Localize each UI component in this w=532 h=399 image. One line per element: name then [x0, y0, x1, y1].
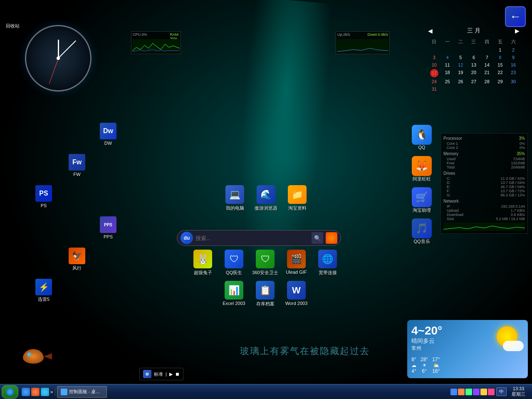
fengxing-image: 🦅: [69, 248, 85, 264]
cal-day[interactable]: 2: [507, 47, 520, 53]
cal-day[interactable]: 6: [468, 54, 480, 61]
cal-day[interactable]: [481, 47, 493, 53]
cal-day[interactable]: 24: [428, 78, 440, 85]
taobao-zhuji-icon[interactable]: 🛒 淘宝助理: [407, 187, 436, 213]
drive-g-label: G:: [447, 193, 451, 197]
size-label: Size: [447, 217, 454, 221]
ip-label: IP: [447, 204, 450, 208]
cal-day[interactable]: 27: [468, 78, 480, 85]
quicklaunch-item3[interactable]: [41, 388, 49, 396]
cal-day[interactable]: 20: [468, 69, 480, 77]
xunlei-icon[interactable]: ⚡ 迅雷5: [29, 279, 58, 302]
mypc-label: 我的电脑: [226, 205, 244, 211]
search-button[interactable]: 🔍: [312, 232, 323, 244]
cal-day[interactable]: 12: [454, 62, 467, 68]
taskbar-item-controlpanel[interactable]: 控制面板 - 桌...: [57, 386, 107, 398]
cal-day[interactable]: 16: [507, 62, 520, 68]
360-icon[interactable]: 🛡 360安全卫士: [250, 250, 281, 276]
cal-day[interactable]: 8: [494, 54, 507, 61]
ulead-icon[interactable]: 🎬 Ulead GIF: [281, 250, 312, 275]
cal-day[interactable]: [468, 47, 480, 53]
cal-day[interactable]: [428, 47, 440, 53]
dw-icon[interactable]: Dw DW: [94, 123, 123, 146]
qqmusic-icon[interactable]: 🎵 QQ音乐: [407, 218, 436, 245]
network-title: Network: [443, 199, 525, 203]
cal-day[interactable]: 7: [481, 54, 493, 61]
qq-label: QQ: [418, 145, 425, 150]
qq-icon[interactable]: 🐧 QQ: [407, 125, 436, 150]
broadband-icon[interactable]: 🌐 宽带连接: [312, 250, 343, 276]
media-play[interactable]: ▶: [169, 372, 173, 377]
quicklaunch-more[interactable]: »: [50, 389, 53, 395]
weather-item-1: 8° ☁ 4°: [411, 357, 416, 374]
tray-icon-2: [458, 389, 465, 395]
cpu-label: CPU:3%: [133, 32, 147, 37]
cal-day[interactable]: 30: [507, 78, 520, 85]
cal-day[interactable]: 18: [441, 69, 454, 77]
cal-day[interactable]: [454, 47, 467, 53]
recycle-bin-image: 🗑: [4, 6, 21, 23]
cal-day[interactable]: 11: [441, 62, 454, 68]
cal-day[interactable]: 3: [428, 54, 440, 61]
cal-day[interactable]: [441, 47, 454, 53]
cal-day[interactable]: 21: [481, 69, 493, 77]
corner-logo[interactable]: ←: [505, 6, 526, 27]
calendar-next[interactable]: ▶: [515, 27, 520, 34]
core1-value: 0%: [520, 141, 525, 146]
excel2003-icon[interactable]: 📊 Excel 2003: [218, 281, 250, 306]
taskbar-language[interactable]: 中: [496, 387, 507, 396]
pps-icon[interactable]: PPS PPS: [94, 216, 123, 240]
drive-c-label: C:: [447, 176, 450, 181]
fw-icon[interactable]: Fw FW: [62, 154, 92, 177]
cal-day[interactable]: 4: [441, 54, 454, 61]
cal-day[interactable]: 31: [428, 86, 440, 92]
cal-day[interactable]: 14: [481, 62, 493, 68]
cal-day[interactable]: 15: [494, 62, 507, 68]
clock-time: 13:33: [512, 386, 525, 391]
ps-icon[interactable]: PS PS: [29, 185, 58, 208]
cunku-label: 存库档案: [256, 301, 275, 307]
cal-day[interactable]: 5: [454, 54, 467, 61]
drive-e-row: E: 46.7 GB / 04%: [447, 185, 525, 189]
search-input[interactable]: [195, 235, 309, 241]
cal-day[interactable]: 9: [507, 54, 520, 61]
taobao-icon[interactable]: 📁 淘宝资料: [282, 185, 313, 211]
cal-day[interactable]: 10: [428, 62, 440, 68]
cal-day[interactable]: 19: [454, 69, 467, 77]
cal-day[interactable]: 28: [481, 78, 493, 85]
cal-today[interactable]: 17: [430, 69, 438, 77]
360-image: 🛡: [256, 250, 275, 268]
aliwangwang-icon[interactable]: 🦊 阿里旺旺: [407, 156, 436, 182]
broadband-label: 宽带连接: [319, 270, 337, 276]
cal-day[interactable]: 25: [441, 78, 454, 85]
quicklaunch-item2[interactable]: [31, 388, 40, 396]
cal-day[interactable]: 29: [494, 78, 507, 85]
used-row: Used 724MB: [447, 157, 525, 161]
quicklaunch-ie[interactable]: [22, 388, 30, 396]
fish-widget[interactable]: [21, 349, 52, 368]
cal-day[interactable]: 13: [468, 62, 480, 68]
weather-temp: 4~20°: [411, 324, 442, 337]
recycle-bin-icon[interactable]: 🗑 回收站: [4, 6, 21, 29]
cunku-icon[interactable]: 📋 存库档案: [250, 281, 281, 307]
tray-icon-4: [473, 389, 480, 395]
cal-day[interactable]: 22: [494, 69, 507, 77]
drives-title: Drives: [443, 171, 525, 176]
cal-day[interactable]: 26: [454, 78, 467, 85]
chaojituzi-icon[interactable]: 🐰 超级兔子: [187, 250, 218, 276]
word2003-icon[interactable]: W Word 2003: [281, 281, 312, 306]
fw-label: FW: [73, 172, 80, 177]
fish-icon: [21, 349, 52, 368]
weather-low-1: 4°: [411, 368, 416, 374]
browser-icon[interactable]: 🌊 傲游浏览器: [250, 185, 282, 211]
ps-label: PS: [41, 203, 47, 208]
fengxing-icon[interactable]: 🦅 风行: [62, 248, 92, 271]
cal-day[interactable]: 23: [507, 69, 520, 77]
start-button[interactable]: [2, 385, 18, 399]
calendar-prev[interactable]: ◀: [428, 27, 433, 34]
cpu-graph: [132, 39, 180, 52]
media-stop[interactable]: ⏹: [175, 372, 180, 377]
qqyisheng-icon[interactable]: 🛡 QQ医生: [218, 250, 250, 276]
cal-day[interactable]: 1: [494, 47, 507, 53]
mypc-icon[interactable]: 💻 我的电脑: [219, 185, 250, 211]
